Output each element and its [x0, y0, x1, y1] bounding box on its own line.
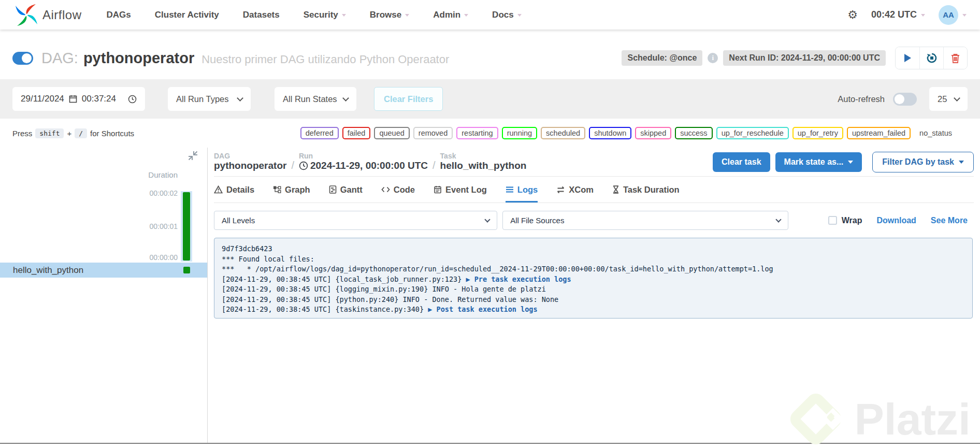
- gear-icon[interactable]: ⚙: [847, 8, 858, 21]
- run-types-select[interactable]: All Run Types: [168, 87, 251, 111]
- nav-item-dags[interactable]: DAGs: [107, 10, 131, 20]
- nav-item-docs[interactable]: Docs: [492, 10, 522, 20]
- time-value[interactable]: 00:37:24: [82, 94, 116, 104]
- wrap-toggle[interactable]: Wrap: [828, 216, 862, 225]
- log-line: [2024-11-29, 00:38:45 UTC] {taskinstance…: [222, 305, 965, 315]
- log-group-link[interactable]: ▶ Post task execution logs: [428, 305, 537, 313]
- state-badge-success[interactable]: success: [675, 127, 712, 139]
- nav-item-security[interactable]: Security: [304, 10, 346, 20]
- avatar[interactable]: AA: [939, 5, 958, 25]
- tab-code[interactable]: Code: [381, 177, 415, 203]
- state-badge-up-for-reschedule[interactable]: up_for_reschedule: [716, 127, 789, 139]
- state-badge-failed[interactable]: failed: [342, 127, 371, 139]
- state-badge-deferred[interactable]: deferred: [300, 127, 339, 139]
- chevron-down-icon: [237, 95, 243, 102]
- tab-xcom[interactable]: XCom: [556, 177, 594, 203]
- grid-sidebar: Duration 00:00:02 00:00:01 00:00:00 hell…: [0, 148, 208, 443]
- calendar-icon: [69, 95, 77, 103]
- state-badge-queued[interactable]: queued: [374, 127, 409, 139]
- nav-item-cluster-activity[interactable]: Cluster Activity: [155, 10, 219, 20]
- breadcrumb-run-label: Run: [299, 152, 428, 160]
- chevron-down-icon: [342, 95, 349, 102]
- dag-name[interactable]: pythonoperator: [83, 50, 194, 67]
- collapse-grid-icon[interactable]: [188, 151, 198, 163]
- duration-tick: 00:00:02: [150, 189, 178, 197]
- navbar: Airflow DAGs Cluster Activity Datasets S…: [0, 0, 980, 30]
- clear-task-button[interactable]: Clear task: [713, 152, 770, 172]
- nav-item-admin[interactable]: Admin: [433, 10, 468, 20]
- log-line: *** * /opt/airflow/logs/dag_id=pythonope…: [222, 264, 965, 274]
- breadcrumb-task-value[interactable]: hello_with_python: [440, 160, 527, 171]
- airflow-logo[interactable]: Airflow: [13, 2, 82, 28]
- auto-refresh-toggle[interactable]: [893, 93, 917, 106]
- task-name[interactable]: hello_with_python: [13, 265, 83, 276]
- base-date-input[interactable]: 29/11/2024 00:37:24: [12, 87, 145, 111]
- chevron-down-icon: [775, 216, 781, 222]
- duration-bar[interactable]: [183, 192, 190, 261]
- state-badge-upstream-failed[interactable]: upstream_failed: [847, 127, 911, 139]
- utc-clock-menu[interactable]: 00:42 UTC: [871, 9, 925, 20]
- chevron-down-icon: [954, 95, 960, 102]
- filter-bar: 29/11/2024 00:37:24 All Run Types All Ru…: [0, 79, 980, 119]
- log-line: [2024-11-29, 00:38:45 UTC] {logging_mixi…: [222, 284, 965, 295]
- dag-label: DAG:: [41, 50, 78, 67]
- mark-state-button[interactable]: Mark state as...: [775, 152, 862, 172]
- task-detail-panel: DAG pythonoperator / Run 2024-11-29, 00:…: [208, 148, 980, 443]
- trigger-dag-button[interactable]: [896, 47, 919, 69]
- date-value[interactable]: 29/11/2024: [21, 94, 64, 104]
- log-group-link[interactable]: ▶ Pre task execution logs: [466, 275, 571, 283]
- filter-dag-by-task-button[interactable]: Filter DAG by task: [872, 152, 974, 172]
- tab-bar: Details Graph Gantt Code Event Log Logs: [214, 177, 974, 203]
- breadcrumb-dag-label: DAG: [214, 152, 286, 160]
- tab-task-duration[interactable]: Task Duration: [612, 177, 680, 203]
- dag-pause-toggle[interactable]: [12, 52, 33, 65]
- state-legend: deferred failed queued removed restartin…: [300, 127, 957, 139]
- tab-logs[interactable]: Logs: [506, 177, 538, 203]
- xcom-icon: [556, 186, 565, 194]
- warning-triangle-icon: [214, 185, 223, 194]
- state-badge-restarting[interactable]: restarting: [456, 127, 498, 139]
- see-more-link[interactable]: See More: [931, 216, 968, 225]
- wrap-checkbox[interactable]: [828, 216, 837, 225]
- state-badge-shutdown[interactable]: shutdown: [589, 127, 631, 139]
- page-size-select[interactable]: 25: [929, 87, 968, 111]
- log-line: *** Found local files:: [222, 254, 965, 265]
- tab-details[interactable]: Details: [214, 177, 254, 203]
- clear-filters-button[interactable]: Clear Filters: [374, 87, 443, 111]
- breadcrumb-task-label: Task: [440, 152, 527, 160]
- task-instance-square[interactable]: [183, 267, 190, 273]
- graph-icon: [273, 185, 281, 194]
- chevron-down-icon: [962, 14, 967, 17]
- breadcrumb-run-value[interactable]: 2024-11-29, 00:00:00 UTC: [299, 160, 428, 171]
- info-icon[interactable]: i: [708, 53, 718, 63]
- tab-event-log[interactable]: Event Log: [434, 177, 487, 203]
- reparse-dag-button[interactable]: [919, 47, 943, 69]
- task-row-hello-with-python[interactable]: hello_with_python: [0, 263, 207, 278]
- clock-icon: [128, 95, 137, 104]
- user-menu[interactable]: AA: [939, 5, 967, 25]
- chevron-down-icon: [405, 14, 409, 17]
- state-badge-running[interactable]: running: [502, 127, 537, 139]
- duration-tick: 00:00:01: [150, 222, 178, 230]
- log-levels-select[interactable]: All Levels: [214, 211, 497, 230]
- bottom-scrollbar[interactable]: [0, 443, 980, 444]
- play-icon: [903, 53, 912, 63]
- file-sources-select[interactable]: All File Sources: [502, 211, 788, 230]
- state-badge-scheduled[interactable]: scheduled: [541, 127, 585, 139]
- run-states-select[interactable]: All Run States: [275, 87, 356, 111]
- logs-icon: [506, 186, 514, 193]
- log-line: 9d7f3dcb6423: [222, 244, 965, 254]
- nav-item-datasets[interactable]: Datasets: [243, 10, 280, 20]
- log-line: [2024-11-29, 00:38:45 UTC] {python.py:24…: [222, 295, 965, 305]
- tab-graph[interactable]: Graph: [273, 177, 310, 203]
- breadcrumb-dag-value[interactable]: pythonoperator: [214, 160, 286, 171]
- tab-gantt[interactable]: Gantt: [329, 177, 363, 203]
- chevron-down-icon: [959, 161, 964, 164]
- state-badge-up-for-retry[interactable]: up_for_retry: [792, 127, 843, 139]
- state-badge-no-status: no_status: [914, 127, 957, 139]
- nav-item-browse[interactable]: Browse: [370, 10, 409, 20]
- delete-dag-button[interactable]: [943, 47, 967, 69]
- state-badge-skipped[interactable]: skipped: [635, 127, 671, 139]
- state-badge-removed[interactable]: removed: [413, 127, 453, 139]
- download-logs-link[interactable]: Download: [876, 216, 916, 225]
